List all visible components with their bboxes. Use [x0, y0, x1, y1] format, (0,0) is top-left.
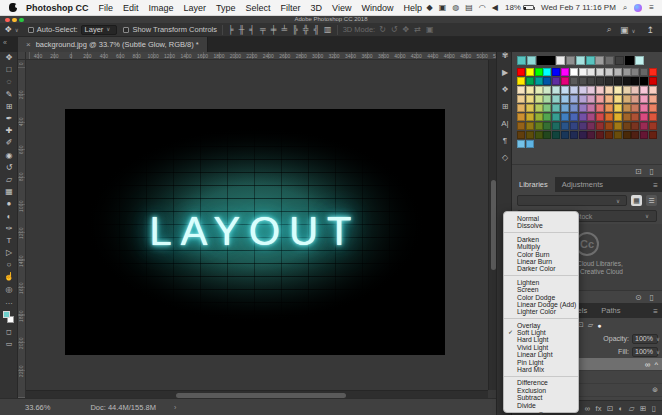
- blend-mode-option-linear-light[interactable]: Linear Light: [504, 351, 578, 358]
- search-icon[interactable]: ⌕: [607, 24, 612, 35]
- clone-source-icon[interactable]: ⊞: [497, 98, 513, 115]
- swatch[interactable]: [517, 56, 526, 65]
- swatch[interactable]: [596, 68, 604, 76]
- swatch[interactable]: [631, 77, 639, 85]
- swatch[interactable]: [623, 104, 631, 112]
- blend-mode-option-vivid-light[interactable]: Vivid Light: [504, 344, 578, 351]
- menu-bar-clock[interactable]: Wed Feb 7 11:16 PM: [541, 3, 616, 12]
- blend-mode-option-hard-mix[interactable]: Hard Mix: [504, 366, 578, 373]
- swatch[interactable]: [649, 122, 657, 130]
- swatch[interactable]: [556, 56, 565, 65]
- 3d-icon[interactable]: ◇: [497, 149, 513, 166]
- blend-mode-option-lighten[interactable]: Lighten: [504, 279, 578, 286]
- swatch[interactable]: [570, 131, 578, 139]
- swatch[interactable]: [561, 131, 569, 139]
- swatch[interactable]: [587, 122, 595, 130]
- blend-mode-option-normal[interactable]: Normal: [504, 215, 578, 222]
- layer-filter-icon-3[interactable]: ▱: [588, 321, 593, 329]
- battery-indicator[interactable]: 18%: [505, 3, 534, 12]
- swatch[interactable]: [649, 131, 657, 139]
- align-icon-0[interactable]: ╞: [228, 25, 234, 34]
- swatch[interactable]: [570, 95, 578, 103]
- swatch[interactable]: [605, 86, 613, 94]
- swatch[interactable]: [535, 95, 543, 103]
- apple-menu-icon[interactable]: [9, 3, 17, 12]
- layer-mask-icon[interactable]: ⊡: [607, 404, 613, 413]
- swatch[interactable]: [635, 56, 644, 65]
- document-canvas[interactable]: LAYOUT: [65, 109, 445, 355]
- swatch[interactable]: [526, 113, 534, 121]
- swatch[interactable]: [587, 95, 595, 103]
- swatch[interactable]: [526, 68, 534, 76]
- path-selection-tool[interactable]: ▷: [0, 247, 18, 259]
- swatch[interactable]: [596, 131, 604, 139]
- blend-mode-option-darken[interactable]: Darken: [504, 236, 578, 243]
- swatch[interactable]: [552, 86, 560, 94]
- swatch[interactable]: [614, 113, 622, 121]
- swatch[interactable]: [570, 104, 578, 112]
- swatch[interactable]: [614, 104, 622, 112]
- tab-paths[interactable]: Paths: [594, 303, 627, 318]
- blend-mode-option-color-dodge[interactable]: Color Dodge: [504, 294, 578, 301]
- swatch[interactable]: [615, 56, 624, 65]
- swatch[interactable]: [614, 131, 622, 139]
- swatch[interactable]: [614, 86, 622, 94]
- blend-mode-option-subtract[interactable]: Subtract: [504, 394, 578, 401]
- swatch[interactable]: [649, 86, 657, 94]
- opacity-field[interactable]: 100%∨: [632, 334, 658, 344]
- blend-mode-option-soft-light[interactable]: Soft Light✓: [504, 329, 578, 336]
- blend-mode-option-linear-dodge--add-[interactable]: Linear Dodge (Add): [504, 301, 578, 308]
- library-select[interactable]: ∨: [517, 195, 627, 206]
- swatch[interactable]: [596, 104, 604, 112]
- swatch[interactable]: [605, 131, 613, 139]
- window-title-bar[interactable]: Adobe Photoshop CC 2018: [0, 16, 662, 23]
- swatch[interactable]: [631, 131, 639, 139]
- swatch[interactable]: [537, 56, 546, 65]
- swatch[interactable]: [605, 68, 613, 76]
- swatch[interactable]: [631, 68, 639, 76]
- swatch[interactable]: [631, 95, 639, 103]
- swatch[interactable]: [535, 104, 543, 112]
- swatch[interactable]: [579, 113, 587, 121]
- swatch[interactable]: [517, 77, 525, 85]
- eyedropper-tool[interactable]: ✒: [0, 113, 18, 125]
- character-icon[interactable]: A|: [497, 115, 513, 132]
- hand-tool[interactable]: ☝: [0, 271, 18, 283]
- swatch[interactable]: [543, 95, 551, 103]
- blend-mode-option-lighter-color[interactable]: Lighter Color: [504, 308, 578, 315]
- align-icon-3[interactable]: ╤: [260, 25, 266, 34]
- blend-mode-option-darker-color[interactable]: Darker Color: [504, 265, 578, 272]
- swatch[interactable]: [631, 104, 639, 112]
- align-icon-5[interactable]: ╧: [281, 25, 287, 34]
- swatch[interactable]: [625, 56, 634, 65]
- swatch[interactable]: [579, 77, 587, 85]
- airplay-icon[interactable]: ▤: [465, 3, 473, 12]
- gradient-tool[interactable]: ▦: [0, 186, 18, 198]
- swatch[interactable]: [587, 104, 595, 112]
- swatch[interactable]: [587, 86, 595, 94]
- workspace-switcher-icon[interactable]: ▣∨: [620, 25, 639, 35]
- swatch[interactable]: [579, 104, 587, 112]
- swatch[interactable]: [561, 104, 569, 112]
- swatch[interactable]: [526, 131, 534, 139]
- brush-tool[interactable]: ✐: [0, 137, 18, 149]
- lasso-tool[interactable]: ◌: [0, 76, 18, 88]
- align-icon-7[interactable]: ╬: [303, 25, 309, 34]
- vertical-scrollbar[interactable]: [488, 60, 496, 390]
- swatch[interactable]: [605, 113, 613, 121]
- grid-view-button[interactable]: ▦: [631, 195, 642, 206]
- pen-tool[interactable]: ✑: [0, 223, 18, 235]
- swatch[interactable]: [570, 68, 578, 76]
- swatch[interactable]: [543, 104, 551, 112]
- swatch[interactable]: [640, 131, 648, 139]
- swatch[interactable]: [543, 68, 551, 76]
- swatch[interactable]: [543, 131, 551, 139]
- swatch[interactable]: [596, 113, 604, 121]
- brush-presets-icon[interactable]: ❖: [497, 81, 513, 98]
- menu-item-file[interactable]: File: [99, 3, 114, 13]
- eraser-tool[interactable]: ▱: [0, 174, 18, 186]
- 3d-mode-icon-0[interactable]: ↻: [379, 25, 386, 34]
- menu-item-window[interactable]: Window: [361, 3, 393, 13]
- swatch[interactable]: [570, 122, 578, 130]
- history-brush-tool[interactable]: ↺: [0, 162, 18, 174]
